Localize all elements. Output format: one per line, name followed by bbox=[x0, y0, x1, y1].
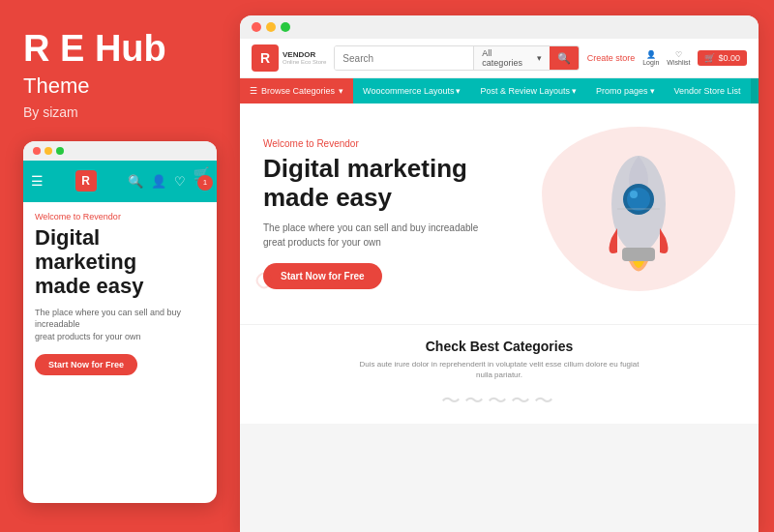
nav-woocommerce[interactable]: Woocommerce Layouts ▾ bbox=[353, 78, 470, 103]
mobile-icons: 🔍 👤 ♡ 🛒 1 bbox=[128, 166, 209, 196]
desktop-hero: Welcome to Revendor Digital marketing ma… bbox=[240, 103, 759, 324]
logo-text: VENDOR Online Eco Store bbox=[283, 50, 326, 67]
post-chevron-icon: ▾ bbox=[572, 86, 577, 96]
mobile-welcome-text: Welcome to Revendor bbox=[35, 212, 205, 222]
theme-author: By sizam bbox=[23, 104, 217, 120]
rocket-illustration bbox=[551, 132, 726, 291]
hero-welcome-text: Welcome to Revendor bbox=[263, 138, 478, 149]
mobile-content: Welcome to Revendor Digitalmarketingmade… bbox=[23, 202, 217, 386]
nav-vendor-store[interactable]: Vendor Store List bbox=[665, 78, 751, 103]
browse-categories-button[interactable]: ☰ Browse Categories ▾ bbox=[240, 78, 353, 103]
mobile-description: The place where you can sell and buy inc… bbox=[35, 307, 205, 343]
theme-title: R E Hub bbox=[23, 29, 217, 70]
desktop-logo: R VENDOR Online Eco Store bbox=[252, 44, 326, 72]
desktop-dot-yellow bbox=[266, 22, 276, 32]
desktop-dot-red bbox=[252, 22, 261, 32]
mobile-search-icon[interactable]: 🔍 bbox=[128, 174, 143, 189]
mobile-wishlist-icon[interactable]: ♡ bbox=[174, 174, 186, 189]
desktop-header: R VENDOR Online Eco Store All categories… bbox=[240, 39, 759, 78]
hero-heading: Digital marketing made easy bbox=[263, 155, 478, 213]
user-icon: 👤 bbox=[646, 50, 656, 59]
mobile-mockup: ☰ R 🔍 👤 ♡ 🛒 1 Welcome to Revendor Digita… bbox=[23, 141, 217, 503]
mobile-cart-badge: 1 bbox=[197, 175, 213, 191]
login-icon-group[interactable]: 👤 Login bbox=[642, 50, 659, 66]
hero-content: Welcome to Revendor Digital marketing ma… bbox=[263, 138, 478, 289]
mobile-heading: Digitalmarketingmade easy bbox=[35, 225, 205, 299]
cart-button[interactable]: 🛒 $0.00 bbox=[698, 50, 747, 66]
categories-title: Check Best Categories bbox=[263, 339, 735, 354]
category-chevron-icon: ▾ bbox=[537, 53, 542, 63]
desktop-dot-green bbox=[281, 22, 290, 32]
theme-subtitle: Theme bbox=[23, 74, 217, 99]
wishlist-icon-group[interactable]: ♡ Wishlist bbox=[667, 50, 690, 66]
left-panel: R E Hub Theme By sizam ☰ R 🔍 👤 ♡ 🛒 1 bbox=[0, 0, 240, 532]
browse-chevron-icon: ▾ bbox=[339, 86, 343, 96]
spiral-decoration bbox=[250, 266, 288, 305]
menu-icon: ☰ bbox=[250, 86, 257, 96]
svg-point-2 bbox=[627, 188, 650, 211]
nav-promo[interactable]: Promo pages ▾ bbox=[586, 78, 665, 103]
desktop-top-bar bbox=[240, 15, 759, 39]
dot-green bbox=[56, 147, 64, 155]
dot-yellow bbox=[45, 147, 52, 155]
search-button[interactable]: 🔍 bbox=[550, 46, 579, 70]
create-store-link[interactable]: Create store bbox=[587, 53, 636, 63]
hero-description: The place where you can sell and buy inc… bbox=[263, 221, 478, 250]
mobile-logo-badge: R bbox=[75, 170, 97, 192]
cart-icon: 🛒 bbox=[704, 53, 715, 63]
desktop-search-bar[interactable]: All categories ▾ 🔍 bbox=[334, 45, 579, 71]
desktop-search-input[interactable] bbox=[335, 46, 473, 70]
promo-chevron-icon: ▾ bbox=[650, 86, 655, 96]
svg-point-3 bbox=[630, 191, 638, 198]
nav-post-review[interactable]: Post & Review Layouts ▾ bbox=[470, 78, 586, 103]
hero-image-area bbox=[522, 127, 735, 301]
mobile-user-icon[interactable]: 👤 bbox=[151, 174, 166, 189]
categories-description: Duis aute irure dolor in reprehenderit i… bbox=[354, 359, 644, 380]
hamburger-icon: ☰ bbox=[31, 173, 44, 189]
logo-r-badge: R bbox=[252, 44, 279, 72]
desktop-nav: ☰ Browse Categories ▾ Woocommerce Layout… bbox=[240, 78, 759, 103]
dot-red bbox=[33, 147, 41, 155]
nav-tutorials[interactable]: ⚙ Tutorials bbox=[751, 78, 759, 103]
svg-rect-4 bbox=[622, 248, 655, 261]
wishlist-icon: ♡ bbox=[675, 50, 682, 59]
mobile-cta-button[interactable]: Start Now for Free bbox=[35, 354, 137, 375]
header-actions: Create store 👤 Login ♡ Wishlist 🛒 $0.00 bbox=[587, 50, 747, 66]
mobile-hamburger-icon[interactable]: ☰ bbox=[31, 173, 44, 189]
mobile-top-bar bbox=[23, 141, 217, 161]
mobile-nav: ☰ R 🔍 👤 ♡ 🛒 1 bbox=[23, 161, 217, 202]
woo-chevron-icon: ▾ bbox=[456, 86, 461, 96]
categories-section: Check Best Categories Duis aute irure do… bbox=[240, 324, 759, 424]
wave-decoration: 〜〜〜〜〜 bbox=[263, 388, 735, 414]
category-dropdown[interactable]: All categories ▾ bbox=[473, 46, 549, 70]
desktop-preview: R VENDOR Online Eco Store All categories… bbox=[240, 15, 759, 532]
